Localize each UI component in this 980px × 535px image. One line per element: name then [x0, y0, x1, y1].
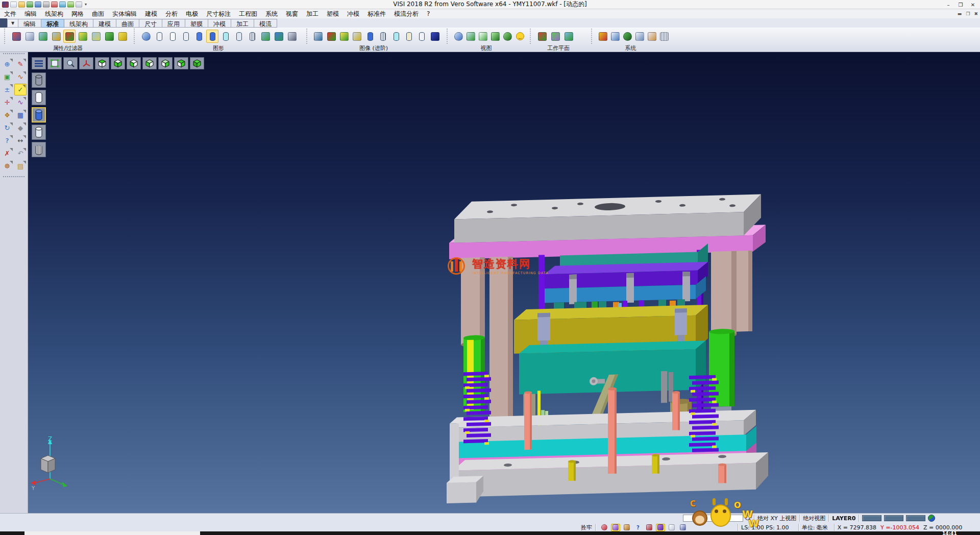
units-indicator[interactable]: 单位: 毫米 [802, 524, 828, 531]
fit-view-icon[interactable] [477, 30, 488, 43]
menu-dimension[interactable]: 尺寸标注 [202, 9, 235, 18]
dashed-cylinder-icon[interactable] [180, 30, 192, 43]
dock-grip[interactable] [3, 176, 24, 179]
menu-standard-parts[interactable]: 标准件 [363, 9, 390, 18]
layer-indicator[interactable]: LAYER0 [832, 515, 855, 522]
eye-remove-icon[interactable] [50, 30, 62, 43]
spline-icon[interactable]: ∿ [14, 96, 27, 108]
eye-add-icon[interactable] [37, 30, 49, 43]
navigate-wheel-icon[interactable]: ☸ [1, 160, 13, 172]
transparent-cylinder-icon[interactable] [219, 30, 232, 43]
tabbar-dropdown-icon[interactable]: ▼ [7, 19, 18, 28]
help-status-icon[interactable]: ? [633, 524, 643, 531]
stamp-icon[interactable] [622, 524, 631, 531]
view-cube-right-icon[interactable] [158, 57, 173, 69]
menu-window[interactable]: 视窗 [282, 9, 302, 18]
edit-curve-icon[interactable]: ∿ [14, 71, 27, 83]
cylinder-copy-icon[interactable] [273, 30, 285, 43]
menu-wireframe[interactable]: 线架构 [41, 9, 67, 18]
confirm-check-icon[interactable]: ✓ [14, 84, 27, 95]
view-cube-left-icon[interactable] [142, 57, 157, 69]
solid-cylinder-icon[interactable] [364, 30, 376, 43]
regen-refresh-icon[interactable]: ↻ [1, 122, 13, 134]
tab-wireframe[interactable]: 线架构 [64, 19, 93, 28]
menu-machining[interactable]: 加工 [302, 9, 323, 18]
mdi-minimize-icon[interactable]: ▬ [958, 11, 962, 16]
viewport-3d[interactable]: 智造资料网 INTELLIGENT MANUFACTURING DATA Z Y [28, 52, 980, 513]
eye-refresh-icon[interactable] [77, 30, 89, 43]
help-icon[interactable]: ? [1, 135, 13, 147]
tab-application[interactable]: 应用 [162, 19, 185, 28]
menu-flow-analysis[interactable]: 模流分析 [390, 9, 423, 18]
lock-toggle[interactable]: 拴牢 [581, 524, 592, 531]
view-menu-icon[interactable] [32, 57, 46, 69]
tab-machining[interactable]: 加工 [231, 19, 254, 28]
striped-cylinder-icon[interactable] [377, 30, 389, 43]
color-palette-icon[interactable] [597, 30, 608, 43]
tab-surface[interactable]: 曲面 [116, 19, 139, 28]
menu-help[interactable]: ? [423, 9, 434, 18]
taskbar-edge[interactable]: 14:41 [0, 531, 980, 535]
delete-icon[interactable]: ✗ [1, 148, 13, 159]
magic-wand-icon[interactable] [611, 524, 620, 531]
tab-die[interactable]: 冲模 [208, 19, 231, 28]
snap-record-icon[interactable] [600, 524, 609, 531]
eye-plusminus-icon[interactable] [90, 30, 102, 43]
zoom-in-icon[interactable] [453, 30, 464, 43]
view-cube-iso-icon[interactable] [174, 57, 188, 69]
menu-electrode[interactable]: 电极 [182, 9, 202, 18]
open-folder-icon[interactable]: ▤ [14, 160, 27, 172]
menu-analysis[interactable]: 分析 [161, 9, 182, 18]
zoom-window-icon[interactable] [465, 30, 476, 43]
shaded-cube-icon[interactable] [429, 30, 441, 43]
layer-panel-icon[interactable] [634, 30, 646, 43]
show-add-icon[interactable] [103, 30, 115, 43]
close-button[interactable]: ✕ [967, 0, 979, 9]
render-hatched-icon[interactable] [32, 142, 46, 157]
minimize-button[interactable]: – [942, 0, 954, 9]
clothing-icon[interactable] [667, 524, 676, 531]
absolute-view-indicator[interactable]: 绝对视图 [803, 515, 825, 522]
view-axes-icon[interactable] [79, 57, 93, 69]
graphics-tools-icon[interactable] [286, 30, 298, 43]
wireframe-cylinder-icon[interactable] [153, 30, 165, 43]
box-plusminus-icon[interactable] [351, 30, 363, 43]
view-cube-top-icon[interactable] [95, 57, 109, 69]
menu-system[interactable]: 系统 [261, 9, 282, 18]
hidden-line-cylinder-icon[interactable] [166, 30, 179, 43]
taskbar-window-segment[interactable] [24, 531, 200, 535]
menu-file[interactable]: 文件 [0, 9, 20, 18]
box-traffic-light-icon[interactable] [325, 30, 337, 43]
line-style-swatch[interactable] [884, 515, 903, 521]
view-document-icon[interactable] [23, 30, 36, 43]
globe-icon[interactable] [928, 515, 935, 522]
render-wireframe-icon[interactable] [32, 72, 46, 88]
cylinder-page-icon[interactable] [403, 30, 415, 43]
render-shaded-edges-icon[interactable] [32, 125, 46, 140]
view-cube-bottom-icon[interactable] [111, 57, 125, 69]
ucs-axes-icon[interactable]: ✛ [1, 96, 13, 108]
box-eye-icon[interactable] [312, 30, 324, 43]
mold-assembly-model[interactable] [447, 162, 783, 513]
view-frame-icon[interactable] [47, 57, 62, 69]
zoom-inout-icon[interactable]: ± [1, 84, 13, 95]
selection-frame-icon[interactable]: ▣ [1, 71, 13, 83]
render-smiley-icon[interactable] [514, 30, 526, 43]
cylinder-check-icon[interactable] [259, 30, 272, 43]
tab-standard[interactable]: 标准 [41, 19, 64, 28]
workplane-align-icon[interactable] [549, 30, 561, 43]
menu-solid-edit[interactable]: 实体编辑 [108, 9, 141, 18]
tab-modeling[interactable]: 建模 [93, 19, 116, 28]
snap-box-icon[interactable] [645, 524, 654, 531]
refresh-graphics-icon[interactable] [140, 30, 152, 43]
edit-erase-icon[interactable]: ✎ [14, 58, 27, 70]
workplane-axes-icon[interactable] [536, 30, 548, 43]
tab-flow[interactable]: 模流 [254, 19, 277, 28]
material-hatch-icon[interactable] [659, 30, 670, 43]
tab-dimension[interactable]: 尺寸 [139, 19, 162, 28]
maximize-button[interactable]: ❐ [954, 0, 967, 9]
menu-mold[interactable]: 塑模 [323, 9, 343, 18]
shaded-edges-cylinder-icon[interactable] [206, 30, 218, 43]
cylinder-ok-icon[interactable] [390, 30, 402, 43]
dock-grip[interactable] [3, 53, 24, 56]
